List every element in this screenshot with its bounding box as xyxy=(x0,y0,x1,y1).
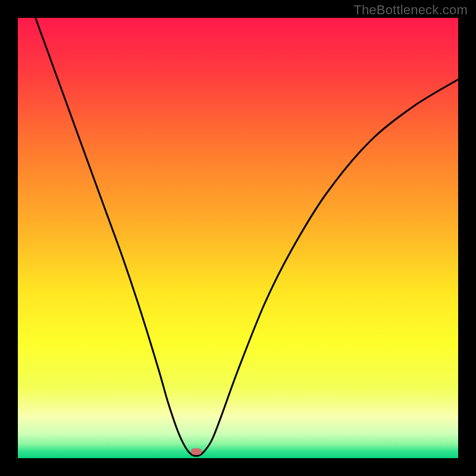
optimal-point-marker xyxy=(191,448,202,455)
watermark-text: TheBottleneck.com xyxy=(353,2,468,18)
chart-frame: TheBottleneck.com xyxy=(0,0,476,476)
bottleneck-curve xyxy=(18,18,458,458)
plot-area xyxy=(18,18,458,458)
